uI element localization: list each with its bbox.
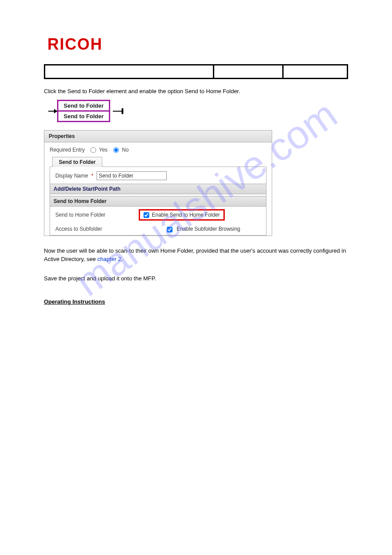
enable-send-home-checkbox[interactable] [144, 212, 149, 218]
required-entry-field: Required Entry Yes No [50, 147, 266, 153]
row-send-to-home-folder: Send to Home Folder Enable Send to Home … [55, 207, 261, 223]
properties-panel: Properties Required Entry Yes No Send to… [44, 130, 272, 236]
info-cell-3 [284, 65, 347, 78]
tab-body: Display Name * Add/Delete StartPoint Pat… [50, 167, 266, 235]
display-name-input[interactable] [97, 171, 167, 180]
required-asterisk-icon: * [91, 173, 94, 179]
flow-end-icon [113, 111, 122, 112]
display-name-label: Display Name [55, 173, 88, 179]
operating-instructions-heading: Operating Instructions [44, 298, 348, 305]
send-to-home-folder-label: Send to Home Folder [55, 212, 139, 218]
body1-tail: . [121, 256, 123, 262]
enable-subfolder-text: Enable Subfolder Browsing [176, 226, 240, 232]
enable-send-home-highlight: Enable Send to Home Folder [139, 209, 225, 221]
chapter-2-link[interactable]: chapter 2 [97, 256, 121, 262]
flow-widget: Send to Folder Send to Folder [48, 100, 366, 122]
row-access-subfolder: Access to Subfolder Enable Subfolder Bro… [55, 223, 261, 235]
required-entry-yes-label: Yes [99, 147, 108, 153]
required-entry-yes-radio[interactable] [90, 147, 96, 153]
info-cell-1 [45, 65, 214, 78]
properties-header: Properties [44, 131, 272, 142]
required-entry-no-label: No [122, 147, 129, 153]
access-subfolder-label: Access to Subfolder [55, 226, 139, 232]
required-entry-label: Required Entry [50, 147, 85, 153]
tab-send-to-folder[interactable]: Send to Folder [52, 157, 102, 167]
required-entry-no-radio[interactable] [113, 147, 119, 153]
section-send-home-folder[interactable]: Send to Home Folder [50, 196, 266, 207]
widget-row-sub: Send to Folder [58, 112, 109, 121]
widget-row-title: Send to Folder [58, 101, 109, 112]
info-bar [44, 64, 348, 79]
brand-logo: RICOH [47, 35, 366, 54]
intro-text: Click the Send to Folder element and ena… [44, 88, 348, 94]
body1-text: Now the user will be able to scan-to the… [44, 247, 346, 263]
send-to-folder-element[interactable]: Send to Folder Send to Folder [57, 100, 110, 122]
arrow-right-icon [48, 111, 57, 112]
enable-subfolder-checkbox[interactable] [167, 227, 173, 232]
body-paragraph-1: Now the user will be able to scan-to the… [44, 247, 348, 264]
info-cell-2 [214, 65, 284, 78]
enable-send-home-text: Enable Send to Home Folder [152, 212, 220, 218]
section-startpoint-path[interactable]: Add/Delete StartPoint Path [50, 184, 266, 194]
body-paragraph-2: Save the project and upload it onto the … [44, 274, 348, 283]
